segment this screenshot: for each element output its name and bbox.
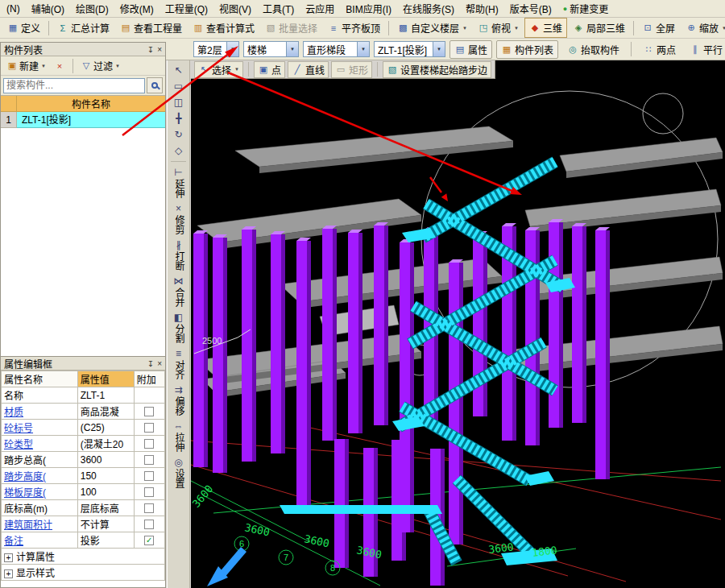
partial-3d-button[interactable]: ◈ 局部三维 bbox=[568, 18, 630, 38]
parallel-button[interactable]: ∥ 平行 bbox=[685, 40, 725, 59]
prop-value[interactable]: 投影 bbox=[77, 532, 134, 549]
chevron-down-icon[interactable]: ▼ bbox=[433, 42, 445, 56]
prop-extra[interactable] bbox=[134, 516, 164, 532]
expand-icon[interactable]: + bbox=[4, 553, 13, 562]
prop-value[interactable]: ZLT-1 bbox=[77, 387, 134, 404]
prop-value[interactable]: 100 bbox=[77, 484, 134, 500]
checkbox-checked[interactable]: ✓ bbox=[144, 536, 154, 545]
drawing-canvas[interactable]: 2500 3600 3600 3600 3600 3600 1800 6 7 8 bbox=[191, 60, 725, 588]
align-tool[interactable]: ≡对齐 bbox=[168, 346, 188, 381]
pin-icon[interactable]: ↧ bbox=[147, 359, 154, 368]
offset-tool[interactable]: ⇉偏移 bbox=[168, 383, 188, 417]
menu-item-draw[interactable]: 绘图(D) bbox=[70, 0, 114, 18]
menu-item-view[interactable]: 视图(V) bbox=[213, 0, 257, 18]
view-quantity-button[interactable]: ▤ 查看工程量 bbox=[115, 18, 187, 38]
zoom-dropdown[interactable]: ⊕ 缩放 ▼ bbox=[681, 18, 725, 38]
prop-value[interactable]: (混凝土20 bbox=[77, 436, 134, 452]
menu-item-modify[interactable]: 修改(M) bbox=[114, 0, 160, 18]
prop-name[interactable]: 材质 bbox=[2, 404, 78, 420]
delete-component-button[interactable]: × bbox=[51, 60, 68, 72]
close-icon[interactable]: × bbox=[157, 359, 162, 368]
prop-extra[interactable] bbox=[134, 404, 164, 420]
two-point-button[interactable]: ∷ 两点 bbox=[638, 40, 681, 59]
top-view-dropdown[interactable]: ◳ 俯视 ▼ bbox=[473, 18, 524, 38]
checkbox[interactable] bbox=[144, 423, 154, 433]
prop-name[interactable]: 备注 bbox=[2, 532, 78, 549]
summary-calc-button[interactable]: Σ 汇总计算 bbox=[52, 18, 114, 38]
expander-row-calc[interactable]: +计算属性 bbox=[2, 549, 165, 565]
menu-item-bim[interactable]: BIM应用(I) bbox=[340, 0, 397, 18]
checkbox[interactable] bbox=[144, 471, 154, 481]
stretch-tool[interactable]: ⇔拉伸 bbox=[168, 419, 188, 453]
prop-name[interactable]: 建筑面积计 bbox=[2, 516, 78, 532]
menu-item-online-service[interactable]: 在线服务(S) bbox=[397, 0, 460, 18]
prop-value[interactable]: 不计算 bbox=[77, 516, 134, 532]
element-combo[interactable]: ZLT-1[投影] ▼ bbox=[374, 41, 445, 57]
checkbox[interactable] bbox=[144, 520, 154, 529]
custom-floor-dropdown[interactable]: ▩ 自定义楼层 ▼ bbox=[392, 18, 472, 38]
prop-value[interactable]: (C25) bbox=[77, 420, 134, 436]
menu-item-tools[interactable]: 工具(T) bbox=[257, 0, 300, 18]
prop-value[interactable]: 3600 bbox=[77, 452, 134, 468]
checkbox[interactable] bbox=[144, 455, 154, 465]
menu-item-new-change[interactable]: ● 新建变更 bbox=[557, 0, 614, 18]
break-tool[interactable]: ∦打断 bbox=[168, 238, 188, 272]
view-formula-button[interactable]: ▥ 查看计算式 bbox=[188, 18, 259, 38]
rotate-tool[interactable]: ↻ bbox=[168, 127, 188, 142]
search-button[interactable] bbox=[147, 77, 163, 93]
element-type-combo[interactable]: 直形梯段 ▼ bbox=[303, 41, 370, 57]
menu-item-help[interactable]: 帮助(H) bbox=[460, 0, 504, 18]
prop-name[interactable]: 砼标号 bbox=[2, 420, 78, 436]
component-row-name[interactable]: ZLT-1[投影] bbox=[17, 112, 165, 128]
menu-item-cloud[interactable]: 云应用 bbox=[300, 0, 340, 18]
search-input[interactable] bbox=[3, 78, 145, 93]
menu-item-auxiliary-axis[interactable]: 辅轴(O) bbox=[26, 0, 70, 18]
batch-select-button[interactable]: ▧ 批量选择 bbox=[260, 18, 322, 38]
filter-button[interactable]: ▽ 过滤 ▼ bbox=[77, 57, 123, 74]
define-button[interactable]: ▦ 定义 bbox=[2, 18, 45, 38]
merge-tool[interactable]: ⋈合并 bbox=[168, 274, 188, 308]
category-combo[interactable]: 楼梯 ▼ bbox=[243, 41, 299, 57]
prop-name[interactable]: 踏步高度( bbox=[2, 468, 78, 484]
expander-row-style[interactable]: +显示样式 bbox=[2, 565, 165, 581]
prop-value[interactable]: 150 bbox=[77, 468, 134, 484]
prop-extra[interactable] bbox=[134, 500, 164, 516]
scale-tool[interactable]: ◇ bbox=[168, 143, 188, 158]
move-tool[interactable]: ╋ bbox=[168, 111, 188, 126]
prop-value[interactable]: 商品混凝 bbox=[77, 404, 134, 420]
canvas-select-button[interactable]: ↖ 选择 ▼ bbox=[194, 61, 243, 78]
chevron-down-icon[interactable]: ▼ bbox=[226, 42, 238, 56]
checkbox[interactable] bbox=[144, 503, 154, 513]
menu-item-version[interactable]: 版本号(B) bbox=[504, 0, 557, 18]
prop-extra[interactable] bbox=[134, 468, 164, 484]
menu-item-n[interactable]: (N) bbox=[1, 1, 26, 17]
chevron-down-icon[interactable]: ▼ bbox=[286, 42, 298, 56]
pick-element-button[interactable]: ◎ 抬取构件 bbox=[562, 40, 624, 59]
prop-value[interactable]: 层底标高 bbox=[77, 500, 134, 516]
component-row[interactable]: 1 ZLT-1[投影] bbox=[1, 112, 165, 128]
settings-tool[interactable]: ◎设置 bbox=[168, 455, 188, 490]
component-list-button[interactable]: ▦ 构件列表 bbox=[496, 40, 558, 59]
align-slab-top-button[interactable]: ≡ 平齐板顶 bbox=[323, 18, 385, 38]
line-tool-button[interactable]: ╱ 直线 bbox=[288, 61, 329, 78]
select-tool[interactable]: ↖ bbox=[168, 63, 188, 77]
rectangle-tool-button[interactable]: ▭ 矩形 bbox=[331, 61, 372, 78]
prop-extra[interactable] bbox=[134, 436, 164, 452]
chevron-down-icon[interactable]: ▼ bbox=[357, 42, 369, 56]
mirror-tool[interactable]: ◫ bbox=[168, 95, 188, 110]
pin-icon[interactable]: ↧ bbox=[147, 45, 154, 54]
extend-tool[interactable]: ⊢延伸 bbox=[168, 165, 188, 200]
new-component-button[interactable]: ▣ 新建 ▼ bbox=[3, 57, 49, 74]
close-icon[interactable]: × bbox=[157, 45, 162, 54]
trim-tool[interactable]: ×修剪 bbox=[168, 201, 188, 236]
box-select-tool[interactable]: ▭ bbox=[168, 79, 188, 93]
prop-extra[interactable]: ✓ bbox=[134, 532, 164, 549]
prop-extra[interactable] bbox=[134, 420, 164, 436]
floor-combo[interactable]: 第2层 ▼ bbox=[193, 41, 239, 57]
prop-name[interactable]: 梯板厚度( bbox=[2, 484, 78, 500]
expand-icon[interactable]: + bbox=[4, 569, 13, 578]
prop-name[interactable]: 砼类型 bbox=[2, 436, 78, 452]
fullscreen-button[interactable]: ⊡ 全屏 bbox=[637, 18, 680, 38]
stair-start-edge-button[interactable]: ▧ 设置楼梯起始踏步边 bbox=[383, 61, 491, 78]
checkbox[interactable] bbox=[144, 439, 154, 449]
